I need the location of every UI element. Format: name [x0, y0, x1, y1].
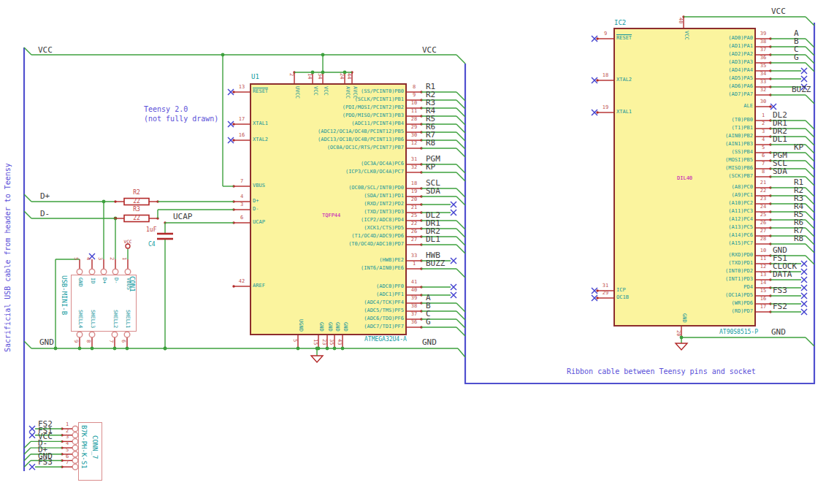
pin-name: OC1B: [616, 295, 629, 300]
pin-number: 5: [73, 257, 78, 260]
pin-number: 36: [760, 56, 766, 61]
pin-number: 14: [307, 73, 312, 79]
pin-name: AVCC: [345, 86, 350, 99]
u1-ref[interactable]: U1: [251, 74, 259, 80]
resistor-value: 22: [133, 199, 140, 205]
pin-name: UVCC: [294, 86, 299, 99]
pin-number: 2: [66, 429, 69, 434]
net-label[interactable]: R8: [426, 139, 435, 147]
pin-number: 16: [239, 133, 245, 138]
net-label[interactable]: SDA: [426, 187, 440, 195]
resistor-value: 22: [133, 215, 140, 221]
net-label-d+[interactable]: D+: [40, 192, 50, 200]
net-label-d-[interactable]: D-: [40, 210, 50, 218]
pin-number: 8: [762, 169, 765, 175]
resistor-ref[interactable]: R2: [133, 190, 140, 196]
pin-number: 3: [762, 129, 765, 134]
pin-name: (T0)PB0: [731, 118, 753, 123]
pin-name: D+: [102, 278, 107, 283]
net-label-vcc[interactable]: VCC: [38, 46, 53, 54]
pin-number: 11: [760, 256, 766, 261]
pin-name: (AD7)PA7: [728, 92, 753, 97]
pin-number: 27: [411, 237, 417, 243]
pin-number: 9: [413, 93, 416, 98]
net-label-ucap[interactable]: UCAP: [173, 213, 193, 221]
ic2-ref[interactable]: IC2: [614, 20, 626, 26]
net-label[interactable]: FS2: [773, 302, 787, 310]
pin-number: 34: [317, 73, 322, 79]
net-label[interactable]: R8: [794, 234, 803, 243]
pin-number: 13: [239, 85, 245, 90]
net-label[interactable]: DL1: [773, 135, 787, 143]
pin-name: (MOSI)PB5: [725, 158, 753, 163]
net-label-gnd[interactable]: GND: [422, 338, 437, 346]
pin-name: ICP: [616, 288, 626, 293]
net-label[interactable]: SDA: [773, 167, 787, 175]
pin-name: (SCK)PB7: [728, 174, 753, 179]
pin-number: 10: [760, 248, 766, 253]
net-label[interactable]: FS3: [773, 286, 787, 294]
pin-name: (ADC13/OC1B/OC4B/PCINT13)PB6: [318, 137, 404, 142]
pin-number: 9: [73, 340, 78, 343]
text-layer: Sacrificial USB cable from header to Tee…: [0, 0, 826, 504]
pin-name: (SS)PB4: [731, 150, 753, 155]
net-label[interactable]: KP: [794, 143, 803, 151]
net-label[interactable]: DL1: [426, 235, 440, 243]
net-label[interactable]: G: [794, 53, 799, 61]
net-label[interactable]: FS3: [38, 458, 53, 466]
pin-number: 28: [760, 237, 766, 242]
net-label[interactable]: DATA: [773, 270, 792, 278]
pin-number: 7: [762, 161, 765, 167]
pin-name: (MISO)PB6: [725, 166, 753, 171]
pin-number: 18: [411, 181, 417, 186]
pin-number: 6: [121, 340, 126, 343]
net-label-gnd[interactable]: GND: [771, 328, 786, 336]
pin-number: 38: [411, 304, 417, 309]
cap-ref[interactable]: C4: [148, 242, 156, 248]
pin-name: (TXD/INT3)PD3: [364, 210, 404, 215]
pin-number: 5: [762, 145, 765, 150]
pin-number: 7: [108, 340, 113, 343]
pin-number: 19: [603, 105, 608, 110]
net-label[interactable]: G: [426, 318, 431, 326]
pin-number: 29: [411, 125, 417, 130]
pin-number: 4: [66, 441, 69, 446]
pin-number: 9: [604, 31, 607, 37]
net-label[interactable]: BUZZ: [792, 85, 811, 93]
cap-value: 1uF: [146, 227, 156, 233]
conn7-ref[interactable]: CONN_7: [91, 435, 98, 459]
resistor-ref[interactable]: R3: [133, 207, 140, 213]
pin-number: 39: [411, 296, 417, 301]
pin-name: ALE: [743, 104, 753, 109]
pin-number: 14: [760, 280, 766, 286]
pin-name: RESET: [253, 89, 268, 94]
pin-name: (AD5)PA5: [728, 76, 753, 81]
pin-number: 4: [85, 257, 91, 260]
pin-name: (A11)PC3: [728, 209, 753, 214]
pin-name: (AD1)PA1: [728, 44, 753, 49]
pin-name: ID: [90, 278, 95, 283]
net-label-vcc[interactable]: VCC: [422, 46, 437, 54]
pin-name: PD4: [743, 285, 753, 290]
vcc-power-label: VCC: [124, 240, 132, 244]
pin-number: 24: [339, 73, 344, 79]
pin-name: (AD3)PA3: [728, 60, 753, 65]
pin-number: 16: [760, 297, 766, 302]
pin-name: (OC0A/OC1C/RTS/PCINT7)PB7: [327, 145, 404, 150]
pin-number: 25: [411, 213, 417, 218]
pin-number: 1: [413, 261, 416, 267]
pin-number: 10: [411, 101, 417, 106]
pin-number: 21: [760, 180, 766, 186]
pin-name: (T1/OC4D/ADC9)PD6: [351, 234, 404, 239]
pin-name: (RXD)PD0: [728, 253, 753, 258]
pin-number: 21: [411, 205, 417, 210]
net-label[interactable]: KP: [426, 163, 435, 171]
net-label-gnd[interactable]: GND: [39, 338, 54, 346]
pin-name: D-: [253, 207, 259, 212]
net-label[interactable]: BUZZ: [426, 259, 445, 267]
pin-number: 1: [121, 257, 126, 260]
pin-number: 43: [337, 339, 342, 345]
pin-name: (SCLK/PCINT1)PB1: [355, 97, 404, 102]
net-label-vcc[interactable]: VCC: [771, 7, 786, 15]
pin-number: 2: [109, 257, 114, 260]
